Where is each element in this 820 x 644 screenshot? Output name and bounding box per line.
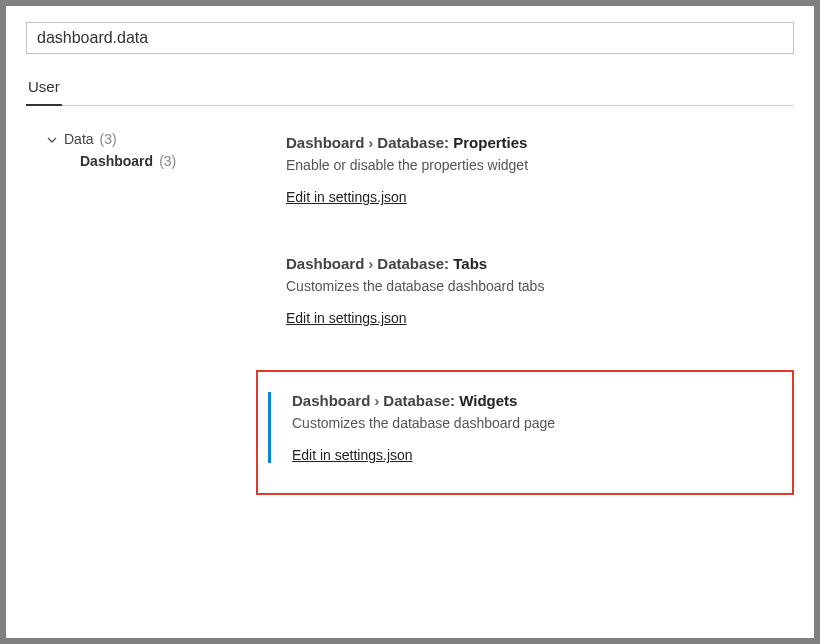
setting-tabs: Dashboard›Database: Tabs Customizes the … xyxy=(276,249,784,348)
settings-search-input[interactable] xyxy=(26,22,794,54)
setting-title: Dashboard›Database: Properties xyxy=(286,134,778,151)
setting-title: Dashboard›Database: Tabs xyxy=(286,255,778,272)
tab-user-label: User xyxy=(28,78,60,95)
settings-tree: Data (3) Dashboard (3) xyxy=(26,128,276,495)
tree-item-data[interactable]: Data (3) xyxy=(46,128,276,150)
setting-name: Tabs xyxy=(453,255,487,272)
tabs-row: User xyxy=(26,72,794,106)
setting-name: Properties xyxy=(453,134,527,151)
setting-properties: Dashboard›Database: Properties Enable or… xyxy=(276,128,784,227)
settings-list: Dashboard›Database: Properties Enable or… xyxy=(276,128,794,495)
setting-breadcrumb1: Dashboard xyxy=(286,255,364,272)
edit-settings-link[interactable]: Edit in settings.json xyxy=(292,447,413,463)
setting-description: Customizes the database dashboard page xyxy=(292,415,772,431)
tree-item-data-count: (3) xyxy=(100,131,117,147)
setting-description: Customizes the database dashboard tabs xyxy=(286,278,778,294)
setting-breadcrumb1: Dashboard xyxy=(286,134,364,151)
edit-settings-link[interactable]: Edit in settings.json xyxy=(286,189,407,205)
setting-widgets: Dashboard›Database: Widgets Customizes t… xyxy=(256,370,794,495)
setting-name: Widgets xyxy=(459,392,517,409)
modified-indicator xyxy=(268,392,271,463)
setting-breadcrumb1: Dashboard xyxy=(292,392,370,409)
tree-item-dashboard-count: (3) xyxy=(159,153,176,169)
breadcrumb-sep-icon: › xyxy=(368,134,373,151)
setting-breadcrumb2: Database: xyxy=(377,255,449,272)
setting-title: Dashboard›Database: Widgets xyxy=(292,392,772,409)
tab-user[interactable]: User xyxy=(26,72,62,105)
tree-item-dashboard-label: Dashboard xyxy=(80,153,153,169)
setting-breadcrumb2: Database: xyxy=(383,392,455,409)
breadcrumb-sep-icon: › xyxy=(374,392,379,409)
breadcrumb-sep-icon: › xyxy=(368,255,373,272)
chevron-down-icon xyxy=(46,133,58,145)
setting-breadcrumb2: Database: xyxy=(377,134,449,151)
edit-settings-link[interactable]: Edit in settings.json xyxy=(286,310,407,326)
setting-description: Enable or disable the properties widget xyxy=(286,157,778,173)
settings-window: User Data (3) Dashboard (3) Dashboard›Da… xyxy=(0,0,820,644)
tree-item-data-label: Data xyxy=(64,131,94,147)
tree-item-dashboard[interactable]: Dashboard (3) xyxy=(46,150,276,172)
content-area: Data (3) Dashboard (3) Dashboard›Databas… xyxy=(26,128,794,495)
